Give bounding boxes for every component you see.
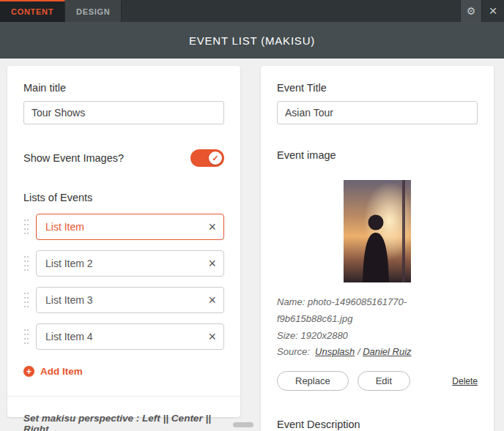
remove-item-icon[interactable]: × <box>208 293 216 307</box>
image-source-label: Source: <box>277 346 310 357</box>
gear-icon[interactable]: ⚙ <box>460 0 482 22</box>
add-item-button[interactable]: + Add Item <box>23 366 224 377</box>
delete-link[interactable]: Delete <box>452 376 478 386</box>
show-images-label: Show Event Images? <box>23 152 124 164</box>
main-title-input[interactable] <box>23 101 224 124</box>
image-source-line: Source: Unsplash / Daniel Ruiz <box>277 344 478 361</box>
list-item-input-wrap: × <box>36 323 224 350</box>
lists-of-events-label: Lists of Events <box>23 192 224 203</box>
event-image-label: Event image <box>277 149 478 161</box>
event-title-input[interactable] <box>277 101 478 124</box>
drag-handle-icon[interactable] <box>23 255 29 272</box>
horizontal-scrollbar-thumb[interactable] <box>233 422 253 427</box>
content-area: Main title Show Event Images? ✓ Lists of… <box>0 59 504 431</box>
edit-button[interactable]: Edit <box>357 371 410 391</box>
tab-content[interactable]: CONTENT <box>0 0 65 22</box>
list-item-row: × <box>23 323 224 350</box>
show-images-toggle[interactable]: ✓ <box>190 149 224 167</box>
list-item-row: × <box>23 214 224 240</box>
image-metadata: Name: photo-1496085161770-f9b615b88c61.j… <box>277 294 478 361</box>
list-item-input-wrap: × <box>36 214 224 240</box>
list-item-row: × <box>23 287 224 313</box>
perspective-bold-note: Set makisu perspective : Left || Center … <box>23 413 224 431</box>
divider <box>7 396 240 397</box>
show-images-row: Show Event Images? ✓ <box>23 149 224 167</box>
drag-handle-icon[interactable] <box>23 328 29 345</box>
source-link-author[interactable]: Daniel Ruiz <box>363 346 411 357</box>
toggle-check-icon: ✓ <box>209 151 222 165</box>
left-panel: Main title Show Event Images? ✓ Lists of… <box>7 66 240 417</box>
image-size: Size: 1920x2880 <box>277 328 478 345</box>
widget-title: EVENT LIST (MAKISU) <box>189 34 315 47</box>
list-item-input[interactable] <box>36 250 224 277</box>
topbar-spacer <box>122 0 460 22</box>
topbar: CONTENT DESIGN ⚙ × <box>0 0 504 22</box>
remove-item-icon[interactable]: × <box>208 330 216 343</box>
add-item-label: Add Item <box>40 366 83 377</box>
image-name: Name: photo-1496085161770-f9b615b88c61.j… <box>277 294 478 328</box>
event-title-label: Event Title <box>277 82 478 94</box>
tab-design[interactable]: DESIGN <box>65 0 122 22</box>
drag-handle-icon[interactable] <box>23 291 29 309</box>
main-title-label: Main title <box>23 82 224 94</box>
list-item-input[interactable] <box>36 214 224 240</box>
widget-title-bar: EVENT LIST (MAKISU) <box>0 22 504 59</box>
widget-settings-window: CONTENT DESIGN ⚙ × EVENT LIST (MAKISU) M… <box>0 0 504 431</box>
right-panel: Event Title Event image <box>261 66 494 431</box>
replace-button[interactable]: Replace <box>277 371 349 391</box>
list-item-input-wrap: × <box>36 250 224 277</box>
close-icon[interactable]: × <box>482 0 504 22</box>
event-image-thumbnail[interactable] <box>344 180 411 282</box>
list-item-input-wrap: × <box>36 287 224 313</box>
list-item-row: × <box>23 250 224 277</box>
event-description-label: Event Description <box>277 419 478 430</box>
source-link-unsplash[interactable]: Unsplash <box>315 346 355 357</box>
drag-handle-icon[interactable] <box>23 218 29 236</box>
remove-item-icon[interactable]: × <box>208 220 216 233</box>
list-item-input[interactable] <box>36 323 224 350</box>
plus-icon: + <box>23 366 34 377</box>
source-separator: / <box>357 346 360 357</box>
remove-item-icon[interactable]: × <box>208 257 216 270</box>
image-actions-row: Replace Edit Delete <box>277 371 478 391</box>
list-item-input[interactable] <box>36 287 224 313</box>
